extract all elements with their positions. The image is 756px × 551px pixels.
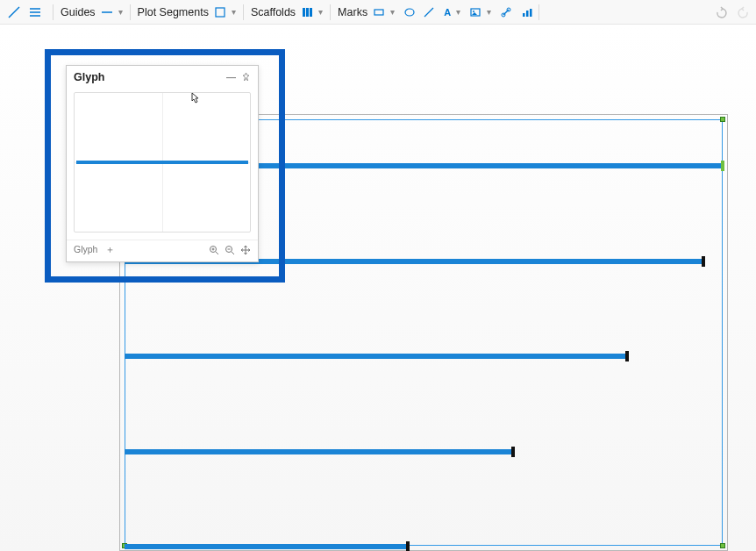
toolbar: Guides ▾ Plot Segments ▾ Scaffolds ▾ Mar… [0,0,756,25]
mark-line-icon[interactable] [423,6,435,18]
toolbar-separator [130,4,131,20]
glyph-panel[interactable]: Glyph — Glyph ＋ [66,65,259,262]
plot-segments-group[interactable]: Plot Segments ▾ [136,6,238,18]
minimize-icon[interactable]: — [226,72,236,82]
svg-point-10 [405,9,414,16]
glyph-tab-label[interactable]: Glyph [74,244,97,254]
plot-segments-label: Plot Segments [136,6,210,18]
svg-rect-8 [310,8,312,17]
toolbar-separator [243,4,244,20]
line-tool-icon[interactable] [5,4,23,21]
undo-icon[interactable] [714,5,728,19]
bar-3[interactable] [125,354,627,359]
undo-redo-group [714,5,751,19]
guides-label: Guides [59,6,97,18]
mark-ellipse-icon[interactable] [403,6,416,18]
list-tool-icon[interactable] [26,4,44,21]
plot-handle-br[interactable] [720,543,725,548]
marks-label: Marks [336,6,369,18]
mark-link-icon[interactable] [500,6,512,18]
pan-icon[interactable] [240,245,251,255]
svg-rect-16 [523,13,525,17]
scaffold-icon [301,6,313,18]
bar-4-end-handle[interactable] [511,447,515,457]
mark-image-icon[interactable] [469,6,481,18]
svg-rect-7 [306,8,309,17]
canvas-workspace[interactable]: Glyph — Glyph ＋ [0,25,756,551]
add-glyph-icon[interactable]: ＋ [105,244,115,254]
guide-horizontal-icon [101,6,113,18]
scaffolds-label: Scaffolds [249,6,297,18]
toolbar-separator [538,4,539,20]
chevron-down-icon: ▾ [317,7,325,17]
guides-group[interactable]: Guides ▾ [59,6,125,18]
toolbar-separator [330,4,331,20]
mark-data-icon[interactable] [521,6,533,18]
region-icon [214,6,226,18]
mark-rect-icon[interactable] [373,6,385,18]
glyph-panel-header[interactable]: Glyph — [67,66,258,89]
zoom-in-icon[interactable] [209,245,219,255]
mark-text-icon[interactable]: A [444,7,451,18]
zoom-out-icon[interactable] [225,245,235,255]
toolbar-separator [53,4,53,20]
scaffolds-group[interactable]: Scaffolds ▾ [249,6,325,18]
chevron-down-icon[interactable]: ▾ [389,7,396,17]
marks-group: Marks ▾ A ▾ ▾ [336,6,533,18]
bar-5-end-handle[interactable] [406,541,410,551]
bar-5[interactable] [125,544,408,549]
glyph-mark-line[interactable] [76,161,248,164]
bar-1-end-handle[interactable] [721,161,724,171]
bar-2-end-handle[interactable] [702,256,705,267]
svg-rect-17 [526,11,529,17]
bar-3-end-handle[interactable] [625,351,629,361]
svg-line-24 [232,252,234,254]
svg-rect-5 [216,8,225,17]
glyph-edit-area[interactable] [74,92,251,233]
chevron-down-icon: ▾ [230,7,238,17]
svg-line-20 [216,252,218,254]
chevron-down-icon[interactable]: ▾ [454,7,462,17]
svg-rect-6 [303,8,305,17]
svg-rect-9 [374,10,383,15]
svg-line-0 [9,7,19,18]
svg-point-13 [473,11,474,12]
svg-rect-18 [530,9,532,17]
svg-line-11 [424,8,433,17]
bar-4[interactable] [125,449,513,454]
glyph-panel-footer: Glyph ＋ [67,240,258,261]
redo-icon[interactable] [737,5,751,19]
pin-icon[interactable] [241,72,251,82]
chevron-down-icon[interactable]: ▾ [485,7,493,17]
chevron-down-icon: ▾ [117,7,125,17]
plot-handle-tr[interactable] [720,117,725,122]
glyph-panel-title: Glyph [74,71,104,83]
